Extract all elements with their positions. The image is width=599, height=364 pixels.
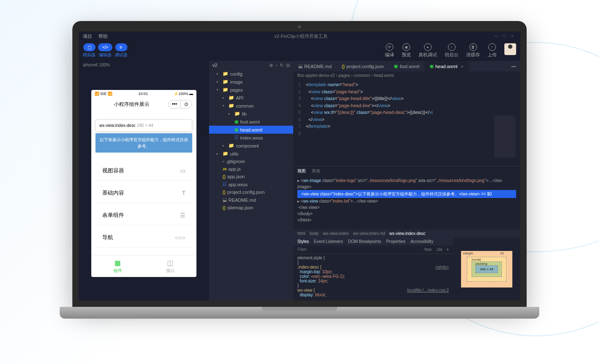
- tree-item--gitignore[interactable]: ▫.gitignore: [209, 158, 293, 165]
- hov-toggle[interactable]: :hov: [424, 247, 432, 252]
- minimap[interactable]: [494, 116, 515, 158]
- simulator-panel: iphone6 100% 📶 IDE 📶 10:01 ⚡100% ▬ 小程序组件…: [79, 61, 209, 301]
- tree-item-pages[interactable]: ▾📁pages: [209, 86, 293, 94]
- tree-item-foot-wxml[interactable]: ▣foot.wxml: [209, 118, 293, 126]
- menu-form[interactable]: 表单组件☰: [95, 206, 192, 225]
- filter-input[interactable]: [297, 247, 419, 252]
- editor-tab[interactable]: ▣ foot.wxml: [389, 61, 424, 71]
- tab-overflow-icon[interactable]: •••: [507, 64, 520, 69]
- avatar[interactable]: [504, 43, 516, 55]
- tab-accessibility[interactable]: Accessibility: [411, 239, 433, 244]
- window-title: v2-FinClip小程序开发工具: [274, 33, 328, 40]
- tree-item-config[interactable]: ▸📁config: [209, 70, 293, 78]
- tree-item-common[interactable]: ▾📁common: [209, 102, 293, 110]
- tree-item-utils[interactable]: ▸📁utils: [209, 150, 293, 158]
- toolbar: ▢ 模拟器 </> 编辑器 ⊪ 调试器 ⟳编译 ◉预览 ▸真机调试: [79, 41, 520, 61]
- ide-window: 项目 帮助 v2-FinClip小程序开发工具 — □ × ▢ 模拟器: [79, 32, 520, 301]
- tree-item-lib[interactable]: ▸📁lib: [209, 110, 293, 118]
- explorer-root: v2: [212, 63, 217, 68]
- tab-debugger[interactable]: ⊪ 调试器: [115, 43, 127, 58]
- tree-item-app-wxss[interactable]: ☷app.wxss: [209, 180, 293, 188]
- tab-properties[interactable]: Properties: [386, 239, 406, 244]
- editor-tab[interactable]: ▣ head.wxml×: [424, 61, 469, 71]
- menu-view-container[interactable]: 视图容器▭: [95, 161, 192, 181]
- clear-cache-button[interactable]: 🗑清缓存: [466, 43, 480, 58]
- tree-item-API[interactable]: ▸📁API: [209, 94, 293, 102]
- titlebar: 项目 帮助 v2-FinClip小程序开发工具 — □ ×: [79, 32, 520, 41]
- tab-components[interactable]: ▦组件: [91, 256, 144, 277]
- elements-breadcrumb[interactable]: html body wx-view.index wx-view.index-hd…: [293, 229, 520, 237]
- devtools: 视图 其他 ▸ <wx-image class="index-logo" src…: [293, 166, 520, 301]
- tab-editor[interactable]: </> 编辑器: [98, 43, 112, 58]
- tree-item-app-js[interactable]: JSapp.js: [209, 165, 293, 173]
- tab-simulator[interactable]: ▢ 模拟器: [83, 43, 95, 58]
- box-model: margin 10 border padding 240 × 44: [453, 237, 520, 301]
- tree-item-head-wxml[interactable]: ▣head.wxml: [209, 126, 293, 134]
- menu-nav[interactable]: 导航○○○: [95, 228, 192, 248]
- new-folder-icon[interactable]: ▫: [276, 63, 277, 68]
- editor-panel: ⬓ README.md{} project.config.json▣ foot.…: [293, 61, 520, 301]
- editor-tab[interactable]: {} project.config.json: [337, 61, 389, 71]
- preview-button[interactable]: ◉预览: [402, 43, 411, 58]
- new-file-icon[interactable]: ⊕: [269, 63, 273, 68]
- menu-basic-content[interactable]: 基础内容T: [95, 183, 192, 203]
- laptop-mockup: 项目 帮助 v2-FinClip小程序开发工具 — □ × ▢ 模拟器: [72, 21, 527, 319]
- menu-help[interactable]: 帮助: [98, 33, 108, 40]
- editor-tab[interactable]: ⬓ README.md: [293, 61, 337, 71]
- tab-api[interactable]: ◫接口: [144, 256, 196, 277]
- css-rules[interactable]: element.style { } .index-desc {<style> m…: [293, 254, 453, 299]
- devtools-tab-view[interactable]: 视图: [297, 168, 306, 174]
- tree-item-README-md[interactable]: ⬓README.md: [209, 196, 293, 204]
- minimize-icon[interactable]: —: [494, 34, 499, 39]
- background-button[interactable]: ▫切后台: [445, 43, 459, 58]
- page-title: 小程序组件展示: [95, 101, 168, 108]
- maximize-icon[interactable]: □: [503, 34, 508, 39]
- tree-item-image[interactable]: ▸📁image: [209, 78, 293, 86]
- tree-item-app-json[interactable]: {}app.json: [209, 173, 293, 180]
- remote-debug-button[interactable]: ▸真机调试: [419, 43, 437, 58]
- compile-button[interactable]: ⟳编译: [385, 43, 394, 58]
- tree-item-component[interactable]: ▸📁component: [209, 142, 293, 150]
- tree-item-index-wxss[interactable]: ☷index.wxss: [209, 134, 293, 142]
- tree-item-project-config-json[interactable]: {}project.config.json: [209, 188, 293, 196]
- menu-project[interactable]: 项目: [83, 33, 92, 40]
- cls-toggle[interactable]: .cls: [436, 247, 442, 252]
- elements-panel[interactable]: ▸ <wx-image class="index-logo" src="../r…: [293, 176, 520, 229]
- file-explorer: v2 ⊕ ▫ ↻ ⊟ ▸📁config▸📁image▾📁pages▸📁API▾📁…: [209, 61, 293, 301]
- tab-styles[interactable]: Styles: [297, 239, 309, 244]
- inspector-tooltip: wx-view.index-desc 240 × 44: [95, 119, 192, 132]
- editor-tabs: ⬓ README.md{} project.config.json▣ foot.…: [293, 61, 520, 71]
- collapse-icon[interactable]: ⊟: [286, 63, 290, 68]
- upload-button[interactable]: ↑上传: [488, 43, 497, 58]
- tab-dom-breakpoints[interactable]: DOM Breakpoints: [348, 239, 381, 244]
- refresh-icon[interactable]: ↻: [280, 63, 284, 68]
- breadcrumb[interactable]: fino-applet-demo-v2 › pages › common › h…: [293, 71, 520, 79]
- close-icon[interactable]: ×: [511, 34, 516, 39]
- device-status: iphone6 100%: [79, 61, 209, 69]
- phone-statusbar: 📶 IDE 📶 10:01 ⚡100% ▬: [91, 90, 196, 98]
- capsule-button[interactable]: •••⊙: [168, 100, 192, 108]
- add-rule-icon[interactable]: +: [446, 247, 449, 252]
- code-editor[interactable]: 1<template name="head">2 <view class="pa…: [293, 79, 520, 166]
- tree-item-sitemap-json[interactable]: {}sitemap.json: [209, 204, 293, 211]
- phone-simulator[interactable]: 📶 IDE 📶 10:01 ⚡100% ▬ 小程序组件展示 •••⊙ wx-vi…: [91, 90, 196, 277]
- tab-event-listeners[interactable]: Event Listeners: [314, 239, 343, 244]
- devtools-tab-other[interactable]: 其他: [312, 168, 320, 174]
- highlighted-element[interactable]: 以下将展示小程序官方组件能力，组件样式仅供参考。: [95, 133, 192, 153]
